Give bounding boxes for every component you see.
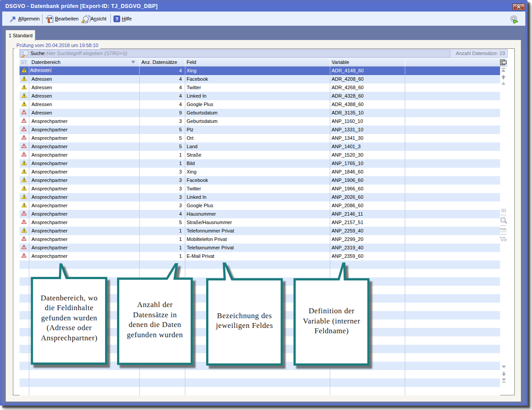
- svg-text:?: ?: [115, 16, 118, 22]
